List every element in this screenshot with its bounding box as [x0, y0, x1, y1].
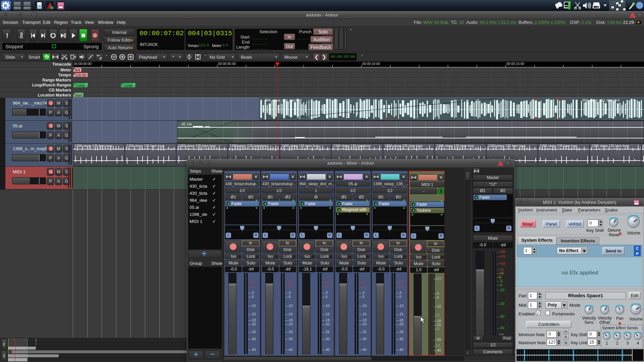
svg-text:!: !	[6, 32, 8, 39]
svg-text:K: K	[4, 3, 8, 8]
